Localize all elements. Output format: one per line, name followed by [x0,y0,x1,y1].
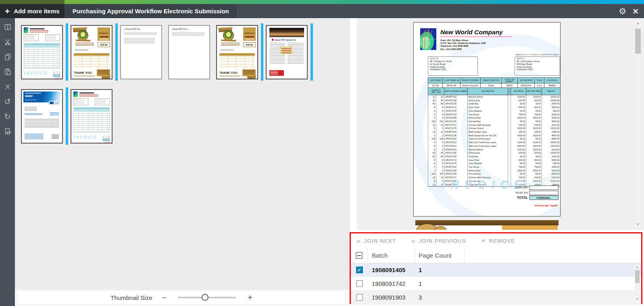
scroll-up-icon[interactable]: ▲ [635,21,641,26]
invoice-item-row: 44APIAPT103Tea Chests799.00799.003196.00 [428,165,561,169]
scroll-up-icon[interactable]: ▲ [635,265,640,269]
batch-table-header: Batch Page Count [351,248,641,263]
batch-separator[interactable] [66,87,68,145]
undo-button[interactable]: ↺ [3,97,13,106]
delete-x-icon [4,83,12,91]
thumbnail-size-bar: Thumbnail Size − + [17,290,346,305]
paste-icon [4,68,12,76]
invoice-item-row: 66APIAT1C78Cane Baskets50.0050.00300.00 [428,109,561,113]
select-all-checkbox[interactable] [356,252,363,259]
thumbnail-grid: INVOICE ATTENTION TO $39.60 THANK YOU A … [15,18,346,153]
extract-page-icon [4,127,12,135]
invoice-watermark: INVOICE [442,178,527,192]
invoice-item-row: 138138APIAT1C39Japanese writing paper65.… [428,137,561,141]
extract-page-button[interactable] [3,127,13,136]
thumbnail-page-gold-receipt[interactable]: ATTENTION TO $39.60 THANK YOU [71,25,113,79]
batch-page-count: 1 [415,263,465,277]
batch-row[interactable]: ✓ 1908091405 1 [351,263,641,277]
scrollbar-thumb[interactable] [635,270,640,283]
thumbnail-panel: INVOICE ATTENTION TO $39.60 THANK YOU A … [15,18,350,289]
chevrons-right-icon: » [356,237,360,244]
left-toolbar: ↺ ↻ [0,18,15,306]
undo-icon: ↺ [4,98,11,106]
accent-stripe [0,0,644,4]
preview-panel: New World Company Floor 100, 100 Main St… [357,18,644,230]
batch-toolbar: » JOIN NEXT « JOIN PREVIOUS × REMOVE [351,233,641,248]
remove-button[interactable]: × REMOVE [481,237,515,244]
settings-gear-icon[interactable]: ⚙ [619,7,626,15]
tab-workflow-label: Purchasing Approval Workflow Electronic … [73,8,229,15]
invoice-item-row: 1212APIAT1C72Chinese Wall Hangings193.00… [428,123,561,127]
batch-separator[interactable] [311,23,313,81]
batch-checkbox[interactable] [356,294,363,301]
thumbnail-page-nwdf-invoice[interactable]: NWDF Sample Tax Invoice [21,89,63,144]
scrollbar-thumb[interactable] [635,29,641,54]
delete-button[interactable] [3,82,13,92]
batch-table-body: ✓ 1908091405 1 1908091742 1 1908091903 3 [351,263,641,304]
invoice-item-row: 5050APIAT1C38Writing Sets200.50200.50100… [428,99,561,102]
preview-page-2-partial [415,220,559,230]
scroll-down-icon[interactable]: ▼ [635,222,641,227]
invoice-item-row: 22APIAT1C38Writing Desk2600.002600.00520… [428,116,561,120]
thumbnail-page-nw-invoice[interactable]: INVOICE [21,25,63,79]
batch-separator[interactable] [115,23,118,81]
thumbnail-page-nw-invoice[interactable]: INVOICE [71,89,113,144]
size-plus-button[interactable]: + [248,294,252,302]
batch-id: 1908091903 [368,291,415,304]
column-header-batch[interactable]: Batch [368,248,415,263]
join-next-button[interactable]: » JOIN NEXT [356,237,396,244]
ship-to-box: SHIP TO: Mr. Christopher Jones254 East R… [515,56,560,76]
chevrons-left-icon: « [411,237,415,244]
paste-button[interactable] [3,67,13,77]
batch-id: 1908091742 [368,277,415,290]
invoice-item-row: 100100APIAT1C39Oriental Rug65.0065.00650… [428,120,561,123]
thumbnail-size-label: Thumbnail Size [110,294,152,301]
join-previous-button[interactable]: « JOIN PREVIOUS [411,237,466,244]
copy-button[interactable] [3,52,13,62]
column-header-page-count[interactable]: Page Count [415,248,465,263]
slider-knob[interactable] [202,294,208,301]
batch-row[interactable]: 1908091903 3 [351,291,641,304]
tab-add-more-items[interactable]: + Add more items [0,4,65,18]
tab-add-label: Add more items [14,8,59,15]
close-icon[interactable]: × [633,6,638,16]
size-minus-button[interactable]: − [162,294,167,302]
invoice-items-table: QUANTITYORD. SHIPPART or MODEL NUMBERDES… [428,87,561,187]
batch-separator[interactable] [66,23,68,81]
invoice-company-address: Floor 100, 100 Main StreetG.P.O. Box 100… [440,39,486,51]
batch-checkbox[interactable] [356,280,363,287]
invoice-item-row: 55APIAT1C78Chinese Screen2002.002002.001… [428,127,561,130]
invoice-company-name: New World Company [440,29,503,36]
batch-row[interactable]: 1908091742 1 [351,277,641,291]
split-view-icon [4,23,12,31]
invoice-footnote: STDinvoice.afp2 - Sep2001 [535,205,558,207]
invoice-item-row: 8080APIAT1C39Umbrellas30.0030.002400.00 [428,155,561,158]
preview-scrollbar[interactable]: ▲ ▼ [635,20,641,228]
invoice-item-row: 1212APIAPT103Black Dragon Vase199.00199.… [428,130,561,134]
invoice-item-row: 44APIAT1D13Wall units 7-shelf assy. pack… [428,141,561,144]
tab-workflow[interactable]: Purchasing Approval Workflow Electronic … [65,4,238,18]
redo-button[interactable]: ↻ [3,112,13,121]
scroll-down-icon[interactable]: ▼ [635,297,640,301]
thumb-invoice-watermark: INVOICE [74,135,98,139]
invoice-item-row: 66APIAT1C78Cane Baskets50.0050.00300.00 [428,162,561,165]
batch-scrollbar[interactable]: ▲ ▼ [635,264,640,302]
ship-note: (SAME AS SOLD TO UNLESS OTHERWISE INDICA… [515,54,559,56]
batch-checkbox[interactable]: ✓ [356,266,363,273]
batch-separator[interactable] [261,23,263,81]
invoice-item-row: 22APIAT1C38Writing Desk2600.002600.00520… [428,169,561,173]
cut-button[interactable] [3,37,13,47]
scissors-icon [4,38,12,46]
thumbnail-page-simple-pdf[interactable]: A Simple PDF File [120,25,162,79]
invoice-item-row: 33APIAT1C38Black Dragon Dinner Set (24)1… [428,134,561,137]
thumbnail-size-slider[interactable] [178,297,236,298]
thumb-invoice-watermark: INVOICE [24,71,48,75]
thumbnail-page-simple-pdf[interactable]: Simple PDF File 2 [168,25,210,79]
split-view-button[interactable] [3,22,13,32]
batch-page-count: 1 [415,277,465,290]
thumbnail-page-adobe-sample[interactable]: Adobe PDF Sample File [266,25,308,79]
batch-page-count: 3 [415,291,465,304]
invoice-item-row: 8080APIAT1C39Umbrellas30.0030.002400.00 [428,102,561,106]
invoice-item-row: 88APIAT1C72Cane Chair693.20693.205545.60 [428,106,561,109]
thumbnail-page-gold-receipt[interactable]: ATTENTION TO $39.60 THANK YOU [216,25,258,79]
